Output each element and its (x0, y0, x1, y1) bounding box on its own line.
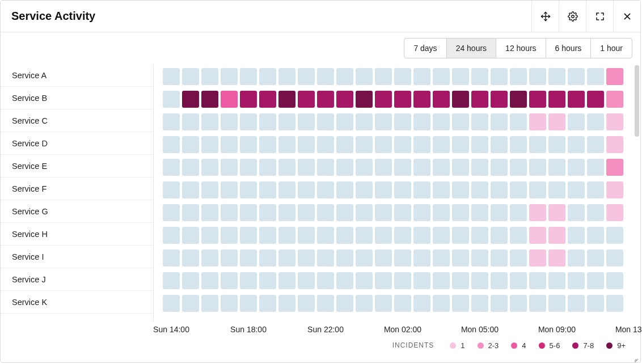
heatmap-cell[interactable] (548, 159, 565, 176)
heatmap-cell[interactable] (375, 68, 392, 85)
heatmap-cell[interactable] (278, 91, 295, 108)
heatmap-cell[interactable] (356, 204, 373, 221)
heatmap-cell[interactable] (278, 136, 295, 153)
heatmap-cell[interactable] (452, 227, 469, 244)
heatmap-cell[interactable] (182, 136, 199, 153)
heatmap-cell[interactable] (240, 91, 257, 108)
heatmap-cell[interactable] (356, 249, 373, 266)
heatmap-cell[interactable] (201, 204, 218, 221)
heatmap-cell[interactable] (298, 68, 315, 85)
heatmap-cell[interactable] (568, 204, 585, 221)
heatmap-cell[interactable] (548, 68, 565, 85)
heatmap-cell[interactable] (394, 227, 411, 244)
heatmap-cell[interactable] (221, 295, 238, 312)
heatmap-cell[interactable] (529, 227, 546, 244)
heatmap-cell[interactable] (587, 91, 604, 108)
heatmap-cell[interactable] (259, 113, 276, 130)
heatmap-cell[interactable] (163, 159, 180, 176)
heatmap-cell[interactable] (606, 91, 623, 108)
heatmap-cell[interactable] (510, 136, 527, 153)
heatmap-cell[interactable] (606, 181, 623, 198)
heatmap-cell[interactable] (491, 181, 508, 198)
heatmap-cell[interactable] (163, 227, 180, 244)
heatmap-cell[interactable] (394, 272, 411, 289)
heatmap-cell[interactable] (433, 68, 450, 85)
heatmap-cell[interactable] (413, 249, 430, 266)
heatmap-cell[interactable] (433, 204, 450, 221)
heatmap-cell[interactable] (375, 204, 392, 221)
heatmap-cell[interactable] (375, 136, 392, 153)
heatmap-cell[interactable] (471, 227, 488, 244)
heatmap-cell[interactable] (413, 181, 430, 198)
heatmap-cell[interactable] (433, 295, 450, 312)
heatmap-cell[interactable] (259, 181, 276, 198)
heatmap-cell[interactable] (548, 181, 565, 198)
heatmap-cell[interactable] (510, 91, 527, 108)
service-row[interactable]: Service D (1, 132, 153, 155)
heatmap-cell[interactable] (221, 113, 238, 130)
heatmap-cell[interactable] (548, 249, 565, 266)
heatmap-cell[interactable] (433, 159, 450, 176)
heatmap-cell[interactable] (491, 227, 508, 244)
heatmap-cell[interactable] (317, 249, 334, 266)
heatmap-cell[interactable] (182, 113, 199, 130)
heatmap-cell[interactable] (356, 181, 373, 198)
heatmap-cell[interactable] (433, 249, 450, 266)
heatmap-cell[interactable] (356, 295, 373, 312)
heatmap-cell[interactable] (375, 113, 392, 130)
heatmap-cell[interactable] (471, 68, 488, 85)
heatmap-cell[interactable] (336, 159, 353, 176)
heatmap-cell[interactable] (240, 249, 257, 266)
heatmap-cell[interactable] (317, 159, 334, 176)
heatmap-cell[interactable] (587, 159, 604, 176)
heatmap-cell[interactable] (317, 204, 334, 221)
heatmap-cell[interactable] (336, 272, 353, 289)
heatmap-cell[interactable] (259, 295, 276, 312)
heatmap-cell[interactable] (240, 204, 257, 221)
heatmap-cell[interactable] (182, 249, 199, 266)
heatmap-cell[interactable] (529, 68, 546, 85)
heatmap-cell[interactable] (278, 159, 295, 176)
heatmap-cell[interactable] (606, 249, 623, 266)
heatmap-cell[interactable] (510, 272, 527, 289)
heatmap-cell[interactable] (298, 159, 315, 176)
heatmap-cell[interactable] (568, 181, 585, 198)
heatmap-cell[interactable] (375, 295, 392, 312)
heatmap-cell[interactable] (336, 113, 353, 130)
heatmap-cell[interactable] (587, 68, 604, 85)
fullscreen-icon[interactable] (586, 1, 613, 32)
heatmap-cell[interactable] (259, 227, 276, 244)
heatmap-cell[interactable] (568, 227, 585, 244)
heatmap-cell[interactable] (606, 136, 623, 153)
service-row[interactable]: Service G (1, 200, 153, 223)
heatmap-cell[interactable] (336, 181, 353, 198)
heatmap-cell[interactable] (240, 181, 257, 198)
heatmap-cell[interactable] (317, 68, 334, 85)
heatmap-cell[interactable] (298, 249, 315, 266)
heatmap-cell[interactable] (375, 181, 392, 198)
heatmap-cell[interactable] (163, 136, 180, 153)
heatmap-cell[interactable] (413, 204, 430, 221)
time-range-24-hours[interactable]: 24 hours (446, 38, 496, 58)
heatmap-cell[interactable] (394, 113, 411, 130)
heatmap-cell[interactable] (510, 249, 527, 266)
heatmap-cell[interactable] (529, 295, 546, 312)
heatmap-cell[interactable] (240, 113, 257, 130)
heatmap-cell[interactable] (182, 204, 199, 221)
heatmap-cell[interactable] (548, 295, 565, 312)
time-range-1-hour[interactable]: 1 hour (590, 38, 632, 58)
heatmap-cell[interactable] (259, 272, 276, 289)
heatmap-cell[interactable] (452, 249, 469, 266)
heatmap-cell[interactable] (394, 295, 411, 312)
heatmap-cell[interactable] (240, 227, 257, 244)
heatmap-cell[interactable] (548, 272, 565, 289)
heatmap-cell[interactable] (587, 272, 604, 289)
heatmap-cell[interactable] (491, 204, 508, 221)
heatmap-cell[interactable] (259, 159, 276, 176)
heatmap-cell[interactable] (413, 113, 430, 130)
heatmap-cell[interactable] (298, 113, 315, 130)
heatmap-cell[interactable] (548, 227, 565, 244)
heatmap-cell[interactable] (317, 295, 334, 312)
heatmap-cell[interactable] (259, 249, 276, 266)
heatmap-cell[interactable] (568, 295, 585, 312)
